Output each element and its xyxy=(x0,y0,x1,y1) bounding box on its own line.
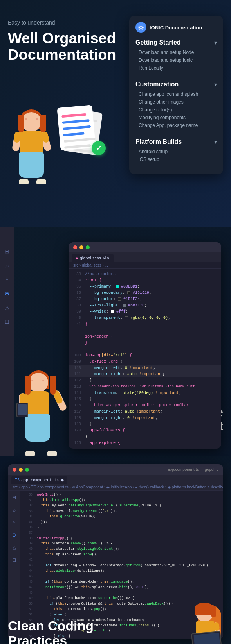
editor-sidebar: ⊞ ⌕ ⑂ ⊕ △ ⊞ xyxy=(0,227,14,456)
section-style-management: ⊞ ⌕ ⑂ ⊕ △ ⊞ xyxy=(0,227,231,456)
code-line: 38initializeApp() { xyxy=(20,536,223,542)
code-line: 35 }); xyxy=(20,520,223,525)
code-line: 33 this.navCtrl.navigateRoot(['./']); xyxy=(20,509,223,514)
code-line: 44 this.globalize(defaultLang); xyxy=(20,569,223,574)
traffic-yellow xyxy=(79,245,83,249)
paper-front xyxy=(57,105,96,150)
code-line: 30ngOnInit() { xyxy=(20,492,223,498)
panel-title: IONIC Documentation xyxy=(150,25,202,30)
svg-point-1 xyxy=(139,25,143,30)
nav-section-getting-started: Getting Started ▾ Download and setup Nod… xyxy=(135,39,217,72)
extensions-icon: ⊞ xyxy=(5,318,9,325)
nav-section-header-platform[interactable]: Platform Builds ▾ xyxy=(135,138,217,145)
chevron-platform: ▾ xyxy=(214,139,217,145)
code-line: 126 app-explore { xyxy=(69,440,221,446)
nav-section-title-customization: Customization xyxy=(135,81,179,88)
code-line: 120 app-followers { xyxy=(69,428,221,434)
section-documentation: Easy to understand Well Organised Docume… xyxy=(0,0,231,227)
code-line: 48 xyxy=(20,590,223,596)
code-line: 40 --transparent: rgba(0, 0, 0, 0); xyxy=(69,315,221,321)
puzzle-icon: ⊕ xyxy=(5,290,9,297)
svg-point-0 xyxy=(140,26,143,29)
nav-section-header-getting-started[interactable]: Getting Started ▾ xyxy=(135,39,217,46)
nav-item-change-icon[interactable]: Change app icon and splash xyxy=(135,90,217,98)
clean-coding-title-2: Practices xyxy=(8,633,94,644)
nav-item-change-images[interactable]: Change other images xyxy=(135,98,217,106)
clean-coding-title-1: Clean Coding xyxy=(8,619,94,633)
code-line: 34 this.globalize(value); xyxy=(20,514,223,520)
code-line: 118 margin-right: 0 !important; xyxy=(69,415,221,421)
nav-section-title-getting-started: Getting Started xyxy=(135,39,181,46)
nav-section-customization: Customization ▾ Change app icon and spla… xyxy=(135,81,217,129)
traffic-red-2 xyxy=(13,468,16,472)
code-line: 45 xyxy=(20,574,223,580)
code-line: 40 this.statusBar.styleLightContent(); xyxy=(20,547,223,552)
scss-icon: ● xyxy=(76,256,78,260)
code-line: 108ion-app[dir='rtl'] { xyxy=(69,352,221,359)
code-line: 41} xyxy=(69,321,221,327)
branch-icon-2: ⑂ xyxy=(13,520,16,525)
code-line: ion-header { xyxy=(69,334,221,340)
docs-panel: IONIC Documentation Getting Started ▾ Do… xyxy=(129,16,223,174)
docs-subtitle: Easy to understand xyxy=(8,20,121,26)
code-line: } xyxy=(69,434,221,440)
nav-section-title-platform: Platform Builds xyxy=(135,138,182,145)
code-line: 49 this.platform.backButton.subscribe(()… xyxy=(20,596,223,601)
nav-divider-2 xyxy=(135,134,217,134)
nav-item-change-colors[interactable]: Change color(s) xyxy=(135,106,217,114)
code-line: 119 } xyxy=(69,421,221,428)
nav-item-modifying-components[interactable]: Modifying components xyxy=(135,114,217,122)
clean-coding-label: Clean Coding Practices xyxy=(8,619,94,644)
panel-header: IONIC Documentation xyxy=(135,22,217,33)
editor-titlebar xyxy=(69,242,221,252)
debug-icon-2: △ xyxy=(13,545,16,550)
docs-left-content: Easy to understand Well Organised Docume… xyxy=(8,16,121,184)
editor-tab[interactable]: ● global.scss M × xyxy=(72,254,114,262)
coding-tab-label: app.component.ts ● xyxy=(21,478,63,482)
docs-title: Well Organised Documentation xyxy=(8,30,121,63)
nav-item-download-node[interactable]: Download and setup Node xyxy=(135,48,217,56)
traffic-green-2 xyxy=(25,468,29,472)
file-icon-2: ⊞ xyxy=(12,495,16,500)
code-line: 41 this.splashScreen.show(); xyxy=(20,552,223,558)
code-line: 114 transform: rotate(180deg) !important… xyxy=(69,390,221,396)
code-line: 32 this.myEvent.getLanguageObservable().… xyxy=(20,503,223,509)
code-body: 33//base colors 34:root { 35 --primary: … xyxy=(69,269,221,449)
puzzle-icon-2: ⊕ xyxy=(12,532,16,538)
code-line: 39 this.platform.ready().then(() => { xyxy=(20,541,223,547)
coding-tab-bar: TS app.component.ts ● xyxy=(8,475,223,484)
nav-item-change-package[interactable]: Change App, package name xyxy=(135,122,217,129)
traffic-red xyxy=(73,245,77,249)
branch-icon: ⑂ xyxy=(5,276,9,283)
chevron-getting-started: ▾ xyxy=(214,39,217,46)
section-clean-coding: app.component.ts — gopuli-c TS app.compo… xyxy=(0,456,231,644)
docs-papers-illustration: ✓ xyxy=(55,106,106,153)
code-line: 34:root { xyxy=(69,277,221,284)
debug-icon: △ xyxy=(5,304,9,311)
editor-tab-bar: ● global.scss M × xyxy=(69,252,221,262)
coding-sidebar: ⊞ ⌕ ⑂ ⊕ △ ⊞ xyxy=(8,491,20,639)
code-line: 113 ion-header.ion-toolbar .ion-buttons … xyxy=(69,384,221,390)
code-line: 42 xyxy=(20,558,223,563)
editor-breadcrumb: src › global.scss › ... xyxy=(69,262,221,269)
traffic-green xyxy=(86,245,90,249)
chevron-customization: ▾ xyxy=(214,81,217,88)
nav-item-android[interactable]: Android setup xyxy=(135,148,217,156)
coding-tab[interactable]: TS app.component.ts ● xyxy=(11,476,67,484)
nav-section-platform: Platform Builds ▾ Android setup iOS setu… xyxy=(135,138,217,163)
nav-item-run-locally[interactable]: Run Locally xyxy=(135,64,217,72)
code-line: 112 } xyxy=(69,377,221,384)
code-line: 117 margin-left: auto !important; xyxy=(69,409,221,415)
coding-breadcrumb: src › app › TS app.component.ts › ⊕ AppC… xyxy=(8,484,223,491)
nav-item-download-ionic[interactable]: Download and setup Ionic xyxy=(135,56,217,64)
girl-character-2 xyxy=(14,367,65,456)
search-icon: ⌕ xyxy=(5,262,9,268)
nav-section-header-customization[interactable]: Customization ▾ xyxy=(135,81,217,88)
extensions-icon-2: ⊞ xyxy=(12,557,16,563)
code-line: 47 setTimeout(() => this.splashScreen.hi… xyxy=(20,585,223,590)
code-line xyxy=(69,327,221,334)
code-line: 33//base colors xyxy=(69,271,221,277)
file-icon: ⊞ xyxy=(5,248,9,254)
nav-item-ios[interactable]: iOS setup xyxy=(135,156,217,163)
code-line: 43 let defaultLang = window.localStorage… xyxy=(20,563,223,569)
